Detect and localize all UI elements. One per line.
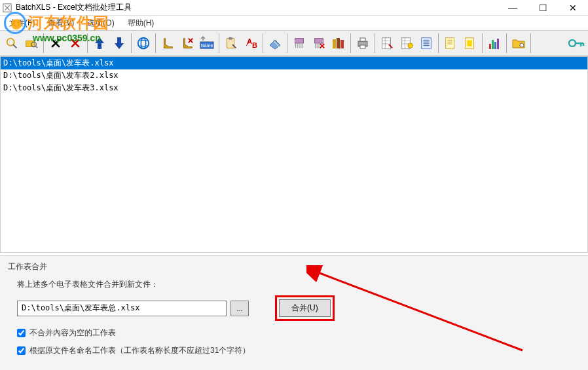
menu-view[interactable]: 查看(V)	[43, 16, 79, 30]
tool-name-icon[interactable]: Name	[198, 32, 216, 54]
separator	[263, 33, 263, 53]
svg-rect-28	[467, 40, 471, 46]
menu-file[interactable]: 文件(F)	[4, 16, 40, 30]
svg-rect-14	[295, 39, 304, 43]
merge-panel: 工作表合并 将上述多个电子表格文件合并到新文件： ... 合并(U) 不合并內容…	[0, 255, 588, 370]
tool-shred-x-icon[interactable]	[310, 32, 328, 54]
tool-boot-x-icon[interactable]	[178, 32, 196, 54]
svg-rect-18	[340, 40, 344, 48]
window-title: BatchXLS - Excel文档批处理工具	[16, 2, 132, 13]
toolbar: Name AB	[0, 30, 588, 56]
tool-ab-icon[interactable]: AB	[242, 32, 260, 54]
menu-options[interactable]: 选项(O)	[82, 16, 119, 30]
svg-rect-26	[446, 38, 454, 49]
window-controls: — ☐ ✕	[498, 0, 588, 16]
browse-button[interactable]: ...	[230, 301, 249, 316]
output-path-input[interactable]	[17, 301, 227, 316]
svg-point-34	[569, 40, 576, 46]
tool-clear-icon[interactable]	[66, 32, 84, 54]
tool-search-icon[interactable]	[3, 32, 21, 54]
separator	[155, 33, 156, 53]
tool-sheet1-icon[interactable]	[378, 32, 396, 54]
separator	[482, 33, 483, 53]
tool-up-icon[interactable]	[90, 32, 109, 54]
svg-rect-15	[315, 39, 323, 43]
separator	[438, 33, 439, 53]
svg-rect-25	[422, 38, 432, 49]
svg-rect-30	[492, 40, 494, 49]
svg-rect-31	[494, 42, 496, 49]
tool-paste-icon[interactable]	[222, 32, 240, 54]
tool-boot-icon[interactable]	[158, 32, 177, 54]
checkbox-rename-input[interactable]	[17, 346, 26, 355]
tool-list-icon[interactable]	[417, 32, 435, 54]
tool-down-icon[interactable]	[110, 32, 128, 54]
menu-bar: 文件(F) 查看(V) 选项(O) 帮助(H)	[0, 16, 588, 30]
file-item[interactable]: D:\tools\桌面\发车表3.xlsx	[1, 82, 587, 94]
file-item[interactable]: D:\tools\桌面\发车表2.xlsx	[1, 69, 587, 82]
checkbox-skip-empty[interactable]: 不合并內容为空的工作表	[17, 327, 580, 339]
svg-rect-29	[489, 44, 491, 49]
tool-yellow1-icon[interactable]	[441, 32, 460, 54]
svg-rect-10	[227, 39, 234, 48]
separator	[219, 33, 219, 53]
minimize-button[interactable]: —	[498, 0, 528, 16]
tool-yellow2-icon[interactable]	[461, 32, 479, 54]
tool-sheet2-icon[interactable]	[397, 32, 416, 54]
checkbox-label: 根据原文件名命名工作表（工作表名称长度不应超过31个字符）	[29, 345, 250, 356]
svg-rect-21	[360, 45, 365, 48]
app-icon	[3, 3, 12, 12]
svg-rect-32	[497, 39, 499, 49]
svg-point-24	[408, 43, 413, 48]
tool-delete-icon[interactable]	[46, 32, 65, 54]
title-bar: BatchXLS - Excel文档批处理工具 — ☐ ✕	[0, 0, 588, 16]
checkbox-rename[interactable]: 根据原文件名命名工作表（工作表名称长度不应超过31个字符）	[17, 345, 580, 356]
close-button[interactable]: ✕	[558, 0, 588, 16]
panel-subtitle: 将上述多个电子表格文件合并到新文件：	[17, 279, 580, 290]
tool-shred-icon[interactable]	[290, 32, 308, 54]
svg-line-2	[13, 45, 17, 48]
tool-chart-icon[interactable]	[485, 32, 504, 54]
tool-print-icon[interactable]	[354, 32, 372, 54]
separator	[287, 33, 287, 53]
separator	[350, 33, 351, 53]
svg-point-33	[520, 43, 524, 47]
svg-line-5	[35, 46, 37, 48]
svg-rect-20	[360, 38, 365, 41]
separator	[43, 33, 44, 53]
separator	[87, 33, 88, 53]
separator	[131, 33, 132, 53]
tool-eraser-icon[interactable]	[266, 32, 284, 54]
merge-button-highlight: 合并(U)	[275, 295, 335, 321]
svg-rect-17	[337, 38, 340, 48]
svg-point-7	[141, 38, 145, 49]
separator	[506, 33, 507, 53]
tool-books-icon[interactable]	[329, 32, 348, 54]
tool-search-folder-icon[interactable]	[22, 32, 41, 54]
separator	[375, 33, 375, 53]
svg-rect-16	[333, 39, 336, 48]
merge-button[interactable]: 合并(U)	[279, 299, 331, 317]
svg-point-6	[138, 38, 149, 49]
file-item[interactable]: D:\tools\桌面\发车表.xlsx	[1, 57, 587, 69]
svg-rect-22	[382, 38, 391, 49]
menu-help[interactable]: 帮助(H)	[122, 16, 160, 30]
checkbox-skip-empty-input[interactable]	[17, 329, 26, 337]
svg-text:Name: Name	[201, 43, 213, 48]
svg-rect-11	[229, 37, 232, 40]
input-row: ... 合并(U)	[17, 295, 580, 321]
separator	[530, 33, 531, 53]
panel-title: 工作表合并	[8, 261, 580, 272]
svg-text:B: B	[252, 41, 257, 49]
maximize-button[interactable]: ☐	[528, 0, 558, 16]
tool-folder-icon[interactable]	[509, 32, 528, 54]
tool-ie-icon[interactable]	[134, 32, 153, 54]
tool-key-icon[interactable]	[567, 32, 585, 54]
file-list[interactable]: D:\tools\桌面\发车表.xlsx D:\tools\桌面\发车表2.xl…	[0, 56, 588, 253]
checkbox-label: 不合并內容为空的工作表	[29, 327, 116, 339]
